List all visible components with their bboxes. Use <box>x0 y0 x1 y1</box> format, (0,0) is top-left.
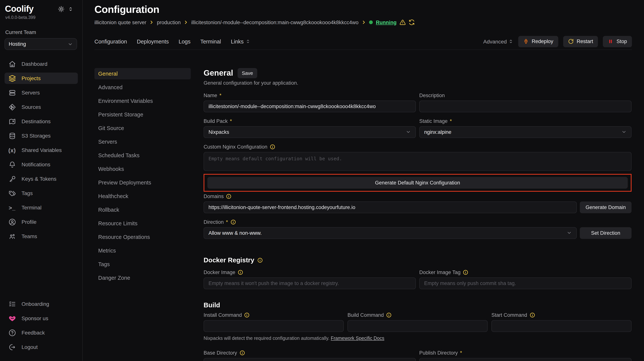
install-command-input[interactable] <box>204 320 344 332</box>
advanced-label: Advanced <box>483 39 507 45</box>
name-input[interactable] <box>204 101 416 112</box>
subnav-healthcheck[interactable]: Healthcheck <box>94 191 191 202</box>
tab-terminal[interactable]: Terminal <box>200 39 221 45</box>
sidebar-collapse-chevrons-icon[interactable] <box>68 6 73 12</box>
required-marker: * <box>230 118 232 124</box>
domains-input[interactable] <box>204 201 577 213</box>
sidebar-item-onboarding[interactable]: Onboarding <box>4 298 78 310</box>
sidebar-item-projects[interactable]: Projects <box>4 73 78 84</box>
tab-logs[interactable]: Logs <box>179 39 190 45</box>
team-select[interactable]: Hosting <box>4 38 77 50</box>
description-label: Description <box>419 93 445 98</box>
nixpacks-note: Nixpacks will detect the required config… <box>204 336 632 341</box>
subnav-general[interactable]: General <box>94 68 191 79</box>
publish-directory-input[interactable] <box>419 358 632 361</box>
tab-deployments[interactable]: Deployments <box>137 39 169 45</box>
tab-links[interactable]: Links <box>231 39 250 45</box>
config-subnav: General Advanced Environment Variables P… <box>94 68 191 361</box>
main-area: Configuration illicitonion quote server … <box>83 0 644 361</box>
stop-button[interactable]: Stop <box>603 36 632 47</box>
generate-nginx-config-button[interactable]: Generate Default Nginx Configuration <box>207 177 628 189</box>
static-image-select[interactable]: nginx:alpine <box>419 126 632 138</box>
subnav-resource-limits[interactable]: Resource Limits <box>94 218 191 229</box>
page-title: Configuration <box>94 4 632 16</box>
annotation-highlight-box: Generate Default Nginx Configuration <box>204 174 632 192</box>
git-source-icon <box>8 103 16 111</box>
refresh-icon[interactable] <box>409 19 415 25</box>
sidebar-item-label: Onboarding <box>22 301 49 307</box>
build-pack-select[interactable]: Nixpacks <box>204 126 416 138</box>
sidebar-item-dashboard[interactable]: Dashboard <box>4 58 78 70</box>
subnav-persistent-storage[interactable]: Persistent Storage <box>94 109 191 120</box>
static-image-value: nginx:alpine <box>424 129 451 135</box>
tags-icon <box>8 190 16 197</box>
subnav-webhooks[interactable]: Webhooks <box>94 163 191 175</box>
breadcrumb-resource[interactable]: illicitestonion/-module--decomposition:m… <box>191 20 358 25</box>
restart-button[interactable]: Restart <box>563 36 598 47</box>
sidebar: Coolify v4.0.0-beta.399 Current Team Hos… <box>0 0 83 361</box>
sidebar-item-terminal[interactable]: >_ Terminal <box>4 202 78 213</box>
team-select-value: Hosting <box>9 41 26 47</box>
theme-toggle-sun-icon[interactable] <box>58 6 64 12</box>
generate-domain-button[interactable]: Generate Domain <box>580 201 632 213</box>
breadcrumb-project[interactable]: illicitonion quote server <box>94 20 146 25</box>
heart-icon <box>8 315 16 322</box>
docker-image-input[interactable] <box>204 277 416 289</box>
sidebar-item-logout[interactable]: Logout <box>4 341 78 353</box>
subnav-resource-operations[interactable]: Resource Operations <box>94 231 191 243</box>
domains-label: Domains <box>204 194 224 199</box>
nixpacks-note-text: Nixpacks will detect the required config… <box>204 336 330 341</box>
subnav-tags[interactable]: Tags <box>94 259 191 270</box>
sidebar-item-notifications[interactable]: Notifications <box>4 159 78 170</box>
sidebar-item-s3-storages[interactable]: S3 Storages <box>4 130 78 141</box>
subnav-danger-zone[interactable]: Danger Zone <box>94 272 191 283</box>
description-input[interactable] <box>419 101 632 112</box>
sidebar-footer: Onboarding Sponsor us Feedback Logout <box>4 298 78 356</box>
sidebar-item-shared-variables[interactable]: (x) Shared Variables <box>4 144 78 156</box>
subnav-git-source[interactable]: Git Source <box>94 123 191 134</box>
direction-select[interactable]: Allow www & non-www. <box>204 227 577 239</box>
subnav-advanced[interactable]: Advanced <box>94 82 191 93</box>
sidebar-item-profile[interactable]: Profile <box>4 216 78 228</box>
sidebar-item-label: Terminal <box>22 204 42 211</box>
subnav-servers[interactable]: Servers <box>94 136 191 147</box>
sidebar-item-label: Destinations <box>22 118 50 124</box>
docker-registry-heading: Docker Registry <box>204 256 254 264</box>
info-icon <box>529 312 535 318</box>
build-command-input[interactable] <box>348 320 488 332</box>
docker-image-label: Docker Image <box>204 269 235 275</box>
info-icon <box>230 219 236 225</box>
tab-configuration[interactable]: Configuration <box>94 39 127 45</box>
start-command-label: Start Command <box>492 312 527 318</box>
redeploy-button[interactable]: Redeploy <box>518 36 558 47</box>
sidebar-item-sponsor-us[interactable]: Sponsor us <box>4 313 78 324</box>
subnav-scheduled-tasks[interactable]: Scheduled Tasks <box>94 150 191 161</box>
sidebar-item-servers[interactable]: Servers <box>4 87 78 98</box>
subnav-metrics[interactable]: Metrics <box>94 245 191 256</box>
nginx-config-textarea[interactable] <box>204 152 632 171</box>
sidebar-item-teams[interactable]: Teams <box>4 231 78 242</box>
advanced-dropdown[interactable]: Advanced <box>483 39 513 45</box>
home-icon <box>8 60 16 68</box>
status-badge[interactable]: Running <box>376 20 396 25</box>
subnav-environment-variables[interactable]: Environment Variables <box>94 95 191 107</box>
chevron-right-icon <box>362 20 366 25</box>
set-direction-button[interactable]: Set Direction <box>580 227 632 239</box>
save-button[interactable]: Save <box>238 68 257 78</box>
breadcrumb-environment[interactable]: production <box>157 20 181 25</box>
section-subtitle: General configuration for your applicati… <box>204 80 632 86</box>
redeploy-rocket-icon <box>523 39 528 45</box>
sidebar-item-destinations[interactable]: Destinations <box>4 116 78 127</box>
subnav-rollback[interactable]: Rollback <box>94 204 191 215</box>
sidebar-item-keys-tokens[interactable]: Keys & Tokens <box>4 173 78 184</box>
docker-image-tag-input[interactable] <box>419 277 632 289</box>
start-command-input[interactable] <box>492 320 632 332</box>
base-directory-input[interactable] <box>204 358 416 361</box>
sidebar-item-sources[interactable]: Sources <box>4 101 78 113</box>
sidebar-item-feedback[interactable]: Feedback <box>4 327 78 338</box>
subnav-preview-deployments[interactable]: Preview Deployments <box>94 177 191 188</box>
framework-docs-link[interactable]: Framework Specific Docs <box>331 336 384 341</box>
sidebar-item-tags[interactable]: Tags <box>4 187 78 199</box>
nginx-config-label: Custom Nginx Configuration <box>204 144 268 150</box>
tab-links-label: Links <box>231 39 244 45</box>
